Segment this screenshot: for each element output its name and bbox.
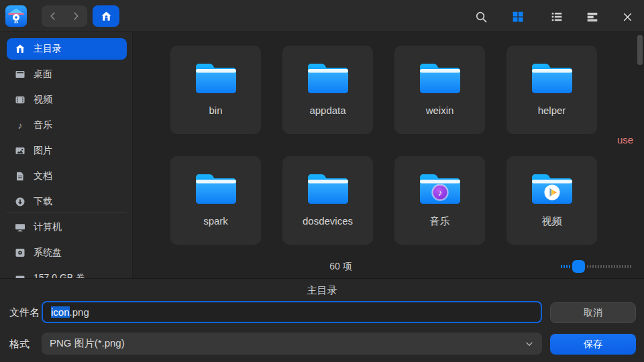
sidebar-item-label: 系统盘 xyxy=(34,247,62,259)
slider-tick xyxy=(600,265,602,268)
folder-name-label: weixin xyxy=(426,105,454,116)
forward-button[interactable] xyxy=(64,5,87,27)
music-badge-icon: ♪ xyxy=(432,185,447,200)
home-button[interactable] xyxy=(93,5,119,27)
slider-tick xyxy=(627,265,629,268)
sidebar-item-label: 下载 xyxy=(34,196,52,208)
close-button[interactable] xyxy=(619,9,635,25)
folder-tile[interactable]: 视频 xyxy=(506,156,597,245)
sidebar-item-label: 主目录 xyxy=(34,43,62,55)
file-manager-logo-icon xyxy=(5,5,27,27)
detail-view-button[interactable] xyxy=(584,9,600,25)
grid-view-icon xyxy=(512,11,524,23)
slider-tick xyxy=(616,265,618,268)
sidebar-item-label: 图片 xyxy=(34,145,52,157)
folder-name-label: dosdevices xyxy=(303,215,353,227)
sidebar-item-10[interactable]: 157.0 GB 卷 xyxy=(7,267,127,278)
filename-selected-text: icon xyxy=(51,306,70,318)
folder-icon xyxy=(306,171,350,207)
save-button[interactable]: 保存 xyxy=(550,334,636,355)
chevron-down-icon xyxy=(525,339,534,349)
icon-size-slider[interactable] xyxy=(561,259,633,273)
detail-view-icon xyxy=(586,11,598,23)
svg-text:♪: ♪ xyxy=(437,188,442,198)
folder-tile[interactable]: weixin xyxy=(394,46,485,134)
slider-tick xyxy=(619,265,621,268)
folder-icon xyxy=(194,171,238,207)
folder-tile[interactable]: helper xyxy=(506,46,597,134)
slider-handle[interactable] xyxy=(572,260,585,273)
navigation-group xyxy=(42,5,87,27)
grid-view-button[interactable] xyxy=(510,9,526,25)
sidebar-item-label: 157.0 GB 卷 xyxy=(34,272,85,278)
slider-tick xyxy=(622,265,623,268)
slider-tick xyxy=(564,265,565,268)
slider-tick xyxy=(625,265,626,268)
folder-name-label: helper xyxy=(538,105,566,116)
slider-tick xyxy=(592,265,594,268)
folder-tile[interactable]: appdata xyxy=(282,46,373,134)
save-panel: 主目录 文件名 icon.png 取消 格式 PNG 图片(*.png) 保存 xyxy=(0,278,644,362)
item-count-label: 60 项 xyxy=(307,261,374,273)
sidebar-item-9[interactable]: 系统盘 xyxy=(7,242,127,263)
slider-tick xyxy=(569,265,570,268)
chevron-left-icon xyxy=(48,11,58,21)
slider-tick xyxy=(595,265,596,268)
image-icon xyxy=(15,145,25,156)
sidebar-item-4[interactable]: 图片 xyxy=(7,140,127,162)
folder-icon xyxy=(530,60,574,97)
folder-name-label: bin xyxy=(209,105,222,116)
close-icon xyxy=(622,11,633,23)
sidebar-item-8[interactable]: 计算机 xyxy=(7,217,127,238)
vertical-scrollbar[interactable] xyxy=(637,35,643,65)
format-select-value: PNG 图片(*.png) xyxy=(50,337,125,350)
folder-name-label: spark xyxy=(203,215,228,227)
slider-tick xyxy=(611,265,612,268)
folder-tile[interactable]: ♪音乐 xyxy=(394,156,485,245)
slider-tick xyxy=(608,265,610,268)
back-button[interactable] xyxy=(42,5,64,27)
sidebar-item-label: 视频 xyxy=(34,94,52,106)
home-icon xyxy=(101,11,112,22)
search-button[interactable] xyxy=(473,9,489,25)
filename-input[interactable]: icon.png xyxy=(42,301,542,323)
sidebar-item-5[interactable]: 文档 xyxy=(7,166,127,187)
folder-icon xyxy=(194,60,238,97)
sidebar-item-6[interactable]: 下载 xyxy=(7,191,127,213)
folder-name-label: 音乐 xyxy=(430,215,450,228)
list-view-button[interactable] xyxy=(549,9,565,25)
download-icon xyxy=(15,196,25,207)
home-icon xyxy=(15,44,25,54)
document-icon xyxy=(15,171,25,182)
folder-icon: ♪ xyxy=(418,171,462,207)
video-badge-icon xyxy=(544,185,559,200)
sidebar-item-0[interactable]: 主目录 xyxy=(7,38,127,60)
filename-label: 文件名 xyxy=(9,306,40,319)
slider-tick xyxy=(587,265,588,268)
folder-tile[interactable]: bin xyxy=(170,46,261,134)
slider-tick xyxy=(606,265,607,268)
folder-grid: use binappdataweixinhelpersparkdosdevice… xyxy=(133,32,644,255)
filename-extension-text: .png xyxy=(70,306,89,318)
search-icon xyxy=(475,11,488,23)
cancel-button[interactable]: 取消 xyxy=(550,302,636,323)
clipped-symlink-folder-label[interactable]: use xyxy=(617,134,633,145)
slider-tick xyxy=(614,265,615,268)
folder-tile[interactable]: spark xyxy=(170,156,261,245)
chevron-right-icon xyxy=(70,11,81,21)
format-label: 格式 xyxy=(9,338,30,351)
folder-name-label: 视频 xyxy=(542,215,562,228)
folder-tile[interactable]: dosdevices xyxy=(282,156,373,245)
folder-icon xyxy=(306,60,350,97)
sidebar-item-label: 音乐 xyxy=(34,119,52,131)
sidebar-item-2[interactable]: 视频 xyxy=(7,89,127,111)
file-save-dialog-window: 主目录桌面视频♪音乐图片文档下载计算机系统盘157.0 GB 卷 use bin… xyxy=(0,0,644,362)
folder-name-label: appdata xyxy=(309,105,345,116)
sidebar-item-label: 桌面 xyxy=(34,68,52,80)
format-select[interactable]: PNG 图片(*.png) xyxy=(42,333,542,355)
computer-icon xyxy=(15,222,25,233)
sidebar-item-1[interactable]: 桌面 xyxy=(7,64,127,85)
list-view-icon xyxy=(551,11,563,23)
slider-tick xyxy=(561,265,562,268)
sidebar-item-3[interactable]: ♪音乐 xyxy=(7,115,127,136)
